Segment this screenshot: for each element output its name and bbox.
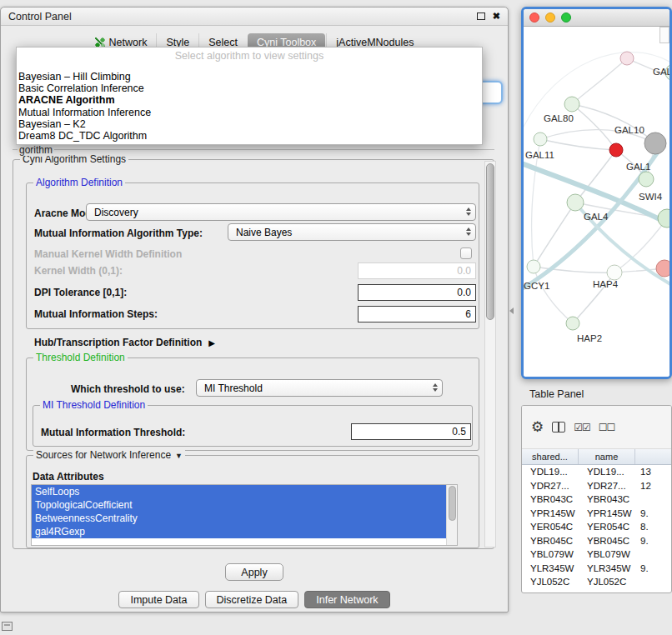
- bottom-tab-impute-data[interactable]: Impute Data: [118, 591, 198, 608]
- bottom-tab-discretize-data[interactable]: Discretize Data: [205, 591, 299, 608]
- table-cell: 9.: [635, 536, 671, 546]
- close-traffic-button[interactable]: [529, 12, 539, 22]
- attribute-item-gal4rgexp[interactable]: gal4RGexp: [32, 525, 446, 538]
- unselect-all-columns-icon[interactable]: ☐☐: [599, 422, 615, 433]
- table-row[interactable]: YBR043CYBR043C: [522, 492, 671, 507]
- table-row[interactable]: YDL19...YDL19...13: [522, 465, 671, 479]
- network-edge[interactable]: [534, 202, 575, 267]
- table-row[interactable]: YLR345WYLR345W9.: [522, 562, 671, 576]
- combo-arrows-icon: [466, 228, 471, 236]
- sources-group-title: Sources for Network Inference▼: [33, 449, 185, 461]
- mi-steps-input[interactable]: [358, 306, 476, 322]
- table-column-header-2[interactable]: name: [579, 449, 635, 464]
- network-edge[interactable]: [572, 104, 616, 150]
- network-node-label-gal1: GAL1: [626, 162, 650, 172]
- which-threshold-select[interactable]: MI Threshold: [196, 379, 443, 397]
- hub-definition-expander[interactable]: Hub/Transcription Factor Definition ▶: [34, 337, 215, 348]
- algorithm-option-aracne-algorithm[interactable]: ARACNE Algorithm: [17, 94, 482, 106]
- docked-panel-icon[interactable]: [2, 622, 13, 631]
- collapse-splitter-arrow[interactable]: [509, 308, 514, 314]
- table-row[interactable]: YJL052CYJL052C: [522, 575, 671, 589]
- table-row[interactable]: YPR145WYPR145W9.: [522, 507, 671, 521]
- table-cell: 12: [635, 481, 671, 491]
- table-cell: YBL079W: [579, 549, 635, 559]
- kernel-width-label: Kernel Width (0,1):: [34, 265, 123, 277]
- network-graph[interactable]: GALGAL80GAL10GAL11GAL1SWI4GAL4GCY1HAP4HA…: [524, 27, 669, 377]
- network-node-label-gal10: GAL10: [614, 125, 644, 135]
- mi-algorithm-type-select[interactable]: Naive Bayes: [228, 223, 476, 241]
- settings-scrollbar[interactable]: [484, 161, 496, 548]
- network-node[interactable]: [658, 209, 669, 228]
- algorithm-dropdown-placeholder: Select algorithm to view settings: [17, 49, 482, 62]
- hub-definition-label: Hub/Transcription Factor Definition: [34, 337, 202, 348]
- control-panel-window: Control Panel ✖ NetworkStyleSelectCyni T…: [0, 7, 509, 612]
- control-panel-titlebar[interactable]: Control Panel ✖: [1, 8, 508, 26]
- algorithm-option-bayesian-k2[interactable]: Bayesian – K2: [17, 118, 482, 130]
- list-scrollbar-thumb[interactable]: [449, 486, 456, 521]
- algorithm-option-mutual-information-inference[interactable]: Mutual Information Inference: [17, 107, 482, 118]
- data-attributes-list[interactable]: SelfLoopsTopologicalCoefficientBetweenne…: [31, 484, 458, 546]
- network-node[interactable]: [620, 52, 634, 65]
- network-node[interactable]: [644, 132, 666, 154]
- select-all-columns-icon[interactable]: ☑☑: [574, 422, 590, 433]
- table-cell: YBR043C: [579, 494, 635, 504]
- minimize-traffic-button[interactable]: [545, 12, 555, 22]
- zoom-traffic-button[interactable]: [561, 12, 571, 22]
- algorithm-option-dream8-dc-tdc-algorithm[interactable]: Dream8 DC_TDC Algorithm: [17, 130, 482, 142]
- network-node[interactable]: [566, 317, 579, 330]
- manual-kernel-width-checkbox[interactable]: [460, 248, 472, 259]
- table-row[interactable]: YER054CYER054C8.: [522, 520, 671, 534]
- mi-threshold-label: Mutual Information Threshold:: [41, 427, 185, 438]
- float-window-icon[interactable]: [477, 12, 485, 20]
- apply-button[interactable]: Apply: [225, 563, 283, 581]
- kernel-width-input[interactable]: [358, 262, 476, 279]
- network-node-label-swi4: SWI4: [639, 192, 663, 202]
- table-column-header-3[interactable]: [635, 449, 671, 464]
- network-edge[interactable]: [572, 58, 627, 104]
- network-node[interactable]: [534, 132, 547, 146]
- algorithm-option-basic-correlation-inference[interactable]: Basic Correlation Inference: [17, 82, 482, 94]
- close-icon[interactable]: ✖: [493, 12, 500, 21]
- chevron-right-icon: ▶: [208, 338, 215, 348]
- table-row[interactable]: YBR045CYBR045C9.: [522, 534, 671, 548]
- table-cell: 9.: [635, 563, 671, 573]
- gear-icon[interactable]: ⚙: [531, 420, 544, 434]
- network-node[interactable]: [639, 172, 654, 187]
- table-header-row: shared...name: [522, 449, 671, 465]
- network-node[interactable]: [527, 260, 540, 273]
- network-node[interactable]: [656, 260, 669, 277]
- table-cell: YJL052C: [522, 577, 579, 587]
- obscured-group-border: [13, 149, 494, 150]
- table-column-header-1[interactable]: shared...: [522, 449, 579, 464]
- attribute-item-topologicalcoefficient[interactable]: TopologicalCoefficient: [32, 498, 446, 512]
- mi-threshold-input[interactable]: [351, 423, 471, 440]
- table-cell: YBR045C: [522, 536, 579, 546]
- network-edge[interactable]: [540, 139, 616, 150]
- network-node[interactable]: [567, 194, 584, 211]
- table-cell: YDL19...: [579, 467, 635, 477]
- column-browser-icon[interactable]: [552, 422, 565, 432]
- settings-scrollbar-thumb[interactable]: [486, 163, 494, 320]
- table-row[interactable]: YBL079WYBL079W: [522, 548, 671, 562]
- list-scrollbar[interactable]: [446, 485, 457, 545]
- table-cell: YJL052C: [579, 577, 635, 587]
- table-body: YDL19...YDL19...13YDR27...YDR27...12YBR0…: [522, 465, 671, 589]
- chevron-down-icon[interactable]: ▼: [175, 452, 183, 460]
- algorithm-option-bayesian-hill-climbing[interactable]: Bayesian – Hill Climbing: [17, 71, 482, 82]
- attribute-item-betweennesscentrality[interactable]: BetweennessCentrality: [32, 512, 446, 525]
- dpi-tolerance-input[interactable]: [358, 284, 476, 301]
- algorithm-dropdown: Select algorithm to view settings Bayesi…: [16, 47, 483, 145]
- which-threshold-label: Which threshold to use:: [71, 383, 185, 395]
- aracne-mode-select[interactable]: Discovery: [86, 203, 476, 221]
- bottom-tab-infer-network[interactable]: Infer Network: [304, 591, 389, 608]
- network-window-titlebar[interactable]: [524, 9, 669, 27]
- network-node[interactable]: [607, 265, 622, 280]
- table-row[interactable]: YDR27...YDR27...12: [522, 479, 671, 493]
- network-canvas[interactable]: GALGAL80GAL10GAL11GAL1SWI4GAL4GCY1HAP4HA…: [524, 27, 669, 377]
- table-cell: YLR345W: [522, 563, 579, 573]
- network-scrollbar[interactable]: [659, 27, 669, 43]
- network-node[interactable]: [609, 143, 623, 157]
- which-threshold-value: MI Threshold: [204, 382, 263, 394]
- network-node[interactable]: [564, 97, 579, 112]
- attribute-item-selfloops[interactable]: SelfLoops: [32, 485, 446, 498]
